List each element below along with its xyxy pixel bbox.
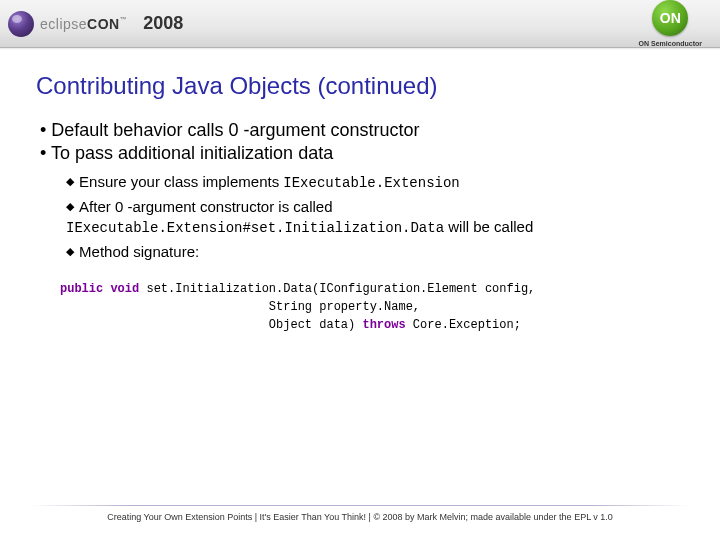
code-block: public void set.Initialization.Data(ICon… [60,280,684,334]
on-circle-icon: ON [652,0,688,36]
subbullet-text: Method signature: [79,243,199,260]
brand-prefix: eclipse [40,16,87,32]
keyword-public: public [60,282,103,296]
code-line2: String property.Name, [60,300,420,314]
subbullet-after-constructor: After 0 -argument constructor is calledI… [66,197,684,238]
year-label: 2008 [143,13,183,34]
keyword-void: void [110,282,139,296]
eclipsecon-logo: eclipseCON™ 2008 [8,11,183,37]
keyword-throws: throws [362,318,405,332]
footer-text: Creating Your Own Extension Points | It'… [0,512,720,522]
inline-code: IExecutable.Extension [283,175,459,191]
bullet-text: To pass additional initialization data [51,143,333,163]
slide-header: eclipseCON™ 2008 ON ON Semiconductor [0,0,720,48]
slide-footer: Creating Your Own Extension Points | It'… [0,505,720,522]
code-line3-post: Core.Exception; [406,318,521,332]
subbullet-method-signature: Method signature: [66,242,684,262]
brand-suffix: CON [87,16,120,32]
eclipse-orb-icon [8,11,34,37]
subbullet-text: Ensure your class implements [79,173,283,190]
inline-code: IExecutable.Extension#set.Initialization… [66,220,444,236]
bullet-list-level1: Default behavior calls 0 -argument const… [40,120,684,262]
bullet-pass-data: To pass additional initialization data E… [40,143,684,262]
eclipsecon-wordmark: eclipseCON™ [40,16,127,32]
bullet-default-behavior: Default behavior calls 0 -argument const… [40,120,684,141]
bullet-text: Default behavior calls 0 -argument const… [51,120,419,140]
subbullet-ensure-implements: Ensure your class implements IExecutable… [66,172,684,193]
slide-title: Contributing Java Objects (continued) [36,72,684,100]
on-text: ON [660,10,681,26]
bullet-list-level2: Ensure your class implements IExecutable… [66,172,684,262]
on-semiconductor-logo: ON ON Semiconductor [639,0,702,47]
footer-divider [30,505,690,506]
on-label: ON Semiconductor [639,40,702,47]
subbullet-text: After 0 -argument constructor is called [79,198,332,215]
subbullet-text-post: will be called [444,218,533,235]
trademark-symbol: ™ [120,16,128,23]
code-line1: set.Initialization.Data(IConfiguration.E… [139,282,535,296]
code-line3-pre: Object data) [60,318,362,332]
slide-content: Contributing Java Objects (continued) De… [0,48,720,334]
